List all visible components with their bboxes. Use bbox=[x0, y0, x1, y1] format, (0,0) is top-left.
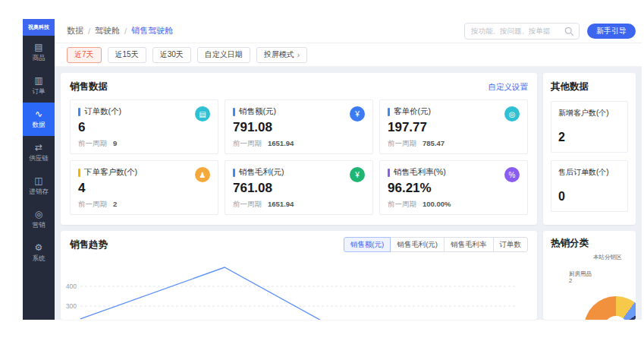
system-gear-icon: ⚙ bbox=[35, 243, 43, 252]
filter-tab-custom-date[interactable]: 自定义日期 bbox=[197, 47, 250, 63]
prev-period-value: 1651.94 bbox=[268, 200, 294, 210]
prev-period-label: 前一周期 bbox=[388, 139, 416, 149]
stat-title: 客单价(元) bbox=[394, 106, 431, 117]
sales-trend-line-chart: 400300 bbox=[65, 257, 526, 320]
sidebar-item-label: 订单 bbox=[33, 87, 46, 96]
top-bar: 数据 / 驾驶舱 / 销售驾驶舱 新手引导 bbox=[55, 19, 642, 43]
sidebar-item-label: 供应链 bbox=[29, 154, 49, 163]
stat-card-profit-rate: 销售毛利率(%) % 96.21% 前一周期 100.00% bbox=[379, 160, 528, 215]
stat-title: 新增客户数(个) bbox=[558, 108, 620, 118]
stat-value: 761.08 bbox=[233, 181, 365, 196]
sidebar-item-data[interactable]: ∿ 数据 bbox=[23, 103, 55, 136]
trend-tab-sales-amount[interactable]: 销售额(元) bbox=[344, 237, 391, 252]
hot-categories-title: 热销分类 bbox=[551, 237, 589, 250]
prev-period-value: 1651.94 bbox=[268, 139, 294, 149]
sidebar-item-marketing[interactable]: ◎ 营销 bbox=[23, 203, 55, 236]
breadcrumb-item[interactable]: 驾驶舱 bbox=[95, 25, 120, 36]
sidebar-item-label: 进销存 bbox=[29, 188, 49, 197]
sales-trend-card: 销售趋势 销售额(元) 销售毛利(元) 销售毛利率 订单数 400300 bbox=[61, 231, 537, 320]
stat-card-order-count: 订单数(个) ▤ 6 前一周期 9 bbox=[70, 99, 218, 154]
prev-period-label: 前一周期 bbox=[233, 139, 262, 149]
prev-period-value: 785.47 bbox=[423, 139, 445, 149]
trend-metric-toggle: 销售额(元) 销售毛利(元) 销售毛利率 订单数 bbox=[344, 237, 528, 252]
sidebar: 祝奥科技 ▤ 商品 ▥ 订单 ∿ 数据 ⇄ 供应链 ◫ 进销存 ◎ bbox=[23, 19, 55, 320]
sidebar-item-supply-chain[interactable]: ⇄ 供应链 bbox=[23, 136, 55, 169]
breadcrumb-separator: / bbox=[88, 27, 90, 36]
search-box bbox=[464, 23, 580, 39]
stat-value: 6 bbox=[78, 120, 210, 135]
prev-period-label: 前一周期 bbox=[388, 200, 416, 210]
sales-trend-title: 销售趋势 bbox=[70, 238, 108, 251]
stat-accent-bar bbox=[78, 169, 80, 177]
stat-accent-bar bbox=[233, 108, 235, 116]
stat-title: 下单客户数(个) bbox=[84, 167, 137, 178]
marketing-icon: ◎ bbox=[35, 210, 42, 219]
cast-mode-label: 投屏模式 bbox=[264, 49, 294, 60]
order-count-icon: ▤ bbox=[195, 106, 210, 122]
custom-settings-link[interactable]: 自定义设置 bbox=[488, 82, 529, 93]
page: 祝奥科技 ▤ 商品 ▥ 订单 ∿ 数据 ⇄ 供应链 ◫ 进销存 ◎ bbox=[0, 0, 644, 341]
goods-icon: ▤ bbox=[34, 43, 42, 52]
stat-card-avg-price: 客单价(元) ◎ 197.77 前一周期 785.47 bbox=[379, 99, 528, 154]
prev-period-label: 前一周期 bbox=[78, 139, 107, 149]
orders-icon: ▥ bbox=[34, 76, 42, 85]
stat-value: 4 bbox=[78, 181, 210, 196]
stat-value: 96.21% bbox=[388, 181, 520, 196]
sidebar-item-label: 系统 bbox=[33, 254, 46, 264]
stat-value: 791.08 bbox=[233, 120, 365, 135]
stat-title: 销售毛利率(%) bbox=[394, 167, 446, 178]
breadcrumb-separator: / bbox=[124, 27, 127, 36]
supply-chain-icon: ⇄ bbox=[35, 143, 42, 152]
hot-categories-card: 热销分类 本站分销区 厨房用品 2 bbox=[543, 231, 636, 320]
pie-callout: 本站分销区 bbox=[593, 254, 627, 260]
stat-grid: 订单数(个) ▤ 6 前一周期 9 销售额(元) bbox=[70, 99, 528, 215]
stat-value: 197.77 bbox=[388, 120, 520, 135]
prev-period-value: 9 bbox=[113, 139, 117, 149]
filter-tab-7days[interactable]: 近7天 bbox=[67, 47, 102, 63]
filter-tab-30days[interactable]: 近30天 bbox=[152, 47, 191, 63]
trend-tab-profit-rate[interactable]: 销售毛利率 bbox=[444, 237, 494, 252]
search-icon[interactable] bbox=[564, 27, 574, 36]
stat-title: 销售毛利(元) bbox=[239, 167, 284, 178]
sidebar-item-system[interactable]: ⚙ 系统 bbox=[23, 236, 55, 270]
stat-card-sales-amount: 销售额(元) ¥ 791.08 前一周期 1651.94 bbox=[225, 99, 373, 154]
profit-rate-icon: % bbox=[504, 167, 520, 182]
pie-callout: 厨房用品 2 bbox=[569, 270, 602, 285]
search-input[interactable] bbox=[471, 27, 562, 35]
sidebar-item-label: 商品 bbox=[33, 54, 46, 63]
stat-card-customer-count: 下单客户数(个) ♟ 4 前一周期 2 bbox=[70, 160, 218, 215]
stat-card-aftersale-orders: 售后订单数(个) 0 bbox=[551, 160, 628, 212]
svg-text:300: 300 bbox=[66, 302, 77, 310]
breadcrumb: 数据 / 驾驶舱 / 销售驾驶舱 bbox=[67, 25, 173, 36]
trend-tab-gross-profit[interactable]: 销售毛利(元) bbox=[390, 237, 445, 252]
sidebar-item-goods[interactable]: ▤ 商品 bbox=[23, 36, 55, 69]
data-chart-icon: ∿ bbox=[35, 109, 42, 118]
customer-count-icon: ♟ bbox=[195, 167, 210, 182]
sidebar-item-inventory[interactable]: ◫ 进销存 bbox=[23, 169, 55, 203]
filter-tab-15days[interactable]: 近15天 bbox=[108, 47, 146, 63]
other-data-title: 其他数据 bbox=[551, 81, 589, 93]
main-content: 销售数据 自定义设置 订单数(个) ▤ 6 前一周期 9 bbox=[55, 67, 642, 320]
stat-value: 2 bbox=[558, 131, 620, 144]
prev-period-label: 前一周期 bbox=[78, 200, 107, 210]
sales-amount-icon: ¥ bbox=[350, 106, 365, 122]
stat-card-gross-profit: 销售毛利(元) ¥ 761.08 前一周期 1651.94 bbox=[225, 160, 373, 215]
stat-accent-bar bbox=[388, 169, 390, 177]
inventory-icon: ◫ bbox=[34, 176, 42, 185]
stat-accent-bar bbox=[388, 108, 390, 116]
app-window: 祝奥科技 ▤ 商品 ▥ 订单 ∿ 数据 ⇄ 供应链 ◫ 进销存 ◎ bbox=[23, 19, 642, 320]
trend-tab-order-count[interactable]: 订单数 bbox=[493, 237, 529, 252]
chevron-right-icon: › bbox=[297, 51, 300, 59]
stat-title: 订单数(个) bbox=[84, 106, 121, 117]
hot-categories-pie-chart bbox=[584, 296, 636, 320]
breadcrumb-item[interactable]: 数据 bbox=[67, 25, 83, 36]
sidebar-item-label: 数据 bbox=[33, 121, 46, 130]
beginner-guide-button[interactable]: 新手引导 bbox=[587, 24, 636, 39]
stat-title: 售后订单数(个) bbox=[558, 167, 620, 178]
gross-profit-icon: ¥ bbox=[350, 167, 365, 182]
stat-card-new-customers: 新增客户数(个) 2 bbox=[551, 101, 628, 153]
prev-period-value: 2 bbox=[113, 200, 117, 210]
stat-title: 销售额(元) bbox=[239, 106, 276, 117]
sidebar-item-orders[interactable]: ▥ 订单 bbox=[23, 69, 55, 103]
cast-mode-button[interactable]: 投屏模式 › bbox=[256, 47, 307, 63]
